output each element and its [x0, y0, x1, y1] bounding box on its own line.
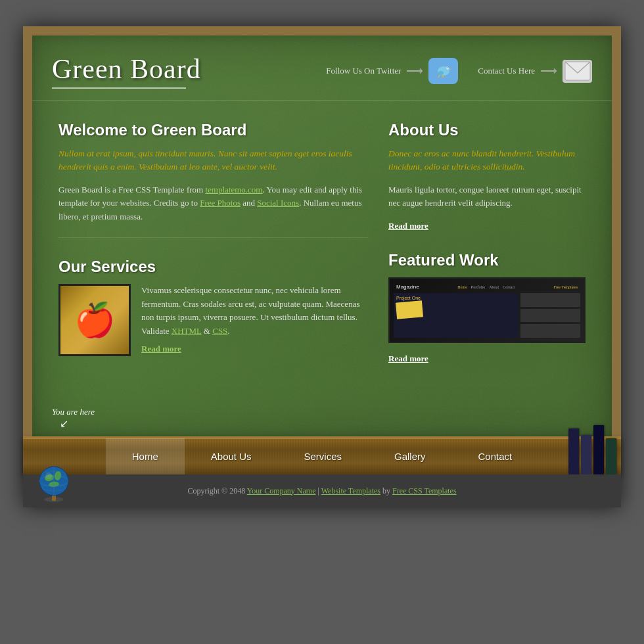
about-section: About Us Donec ac eros ac nunc blandit h…	[388, 121, 586, 231]
service-image	[58, 284, 131, 356]
services-title: Our Services	[58, 258, 369, 276]
nav-about[interactable]: About Us	[185, 438, 278, 474]
welcome-title: Welcome to Green Board	[58, 121, 369, 139]
free-css-link[interactable]: Free CSS Templates	[392, 486, 457, 495]
main-content: Welcome to Green Board Nullam at erat ip…	[58, 121, 369, 384]
section-divider	[58, 237, 369, 238]
you-are-here-arrow-icon: ↙	[60, 417, 95, 430]
svg-point-19	[45, 472, 52, 479]
featured-title: Featured Work	[388, 251, 586, 269]
featured-readmore[interactable]: Read more	[388, 354, 428, 364]
about-body: Mauris ligula tortor, congue laoreet rut…	[388, 183, 586, 211]
svg-point-5	[438, 71, 444, 75]
mail-icon	[563, 60, 592, 83]
logo-underline	[52, 87, 186, 89]
footer: Copyright © 2048 Your Company Name | Web…	[23, 474, 621, 507]
books-decoration	[568, 422, 621, 474]
services-section: Our Services Vivamus scelerisque consect…	[58, 258, 369, 356]
book-3-icon	[593, 425, 604, 474]
content-area: Welcome to Green Board Nullam at erat ip…	[32, 101, 612, 403]
you-are-here-label: You are here ↙	[52, 407, 95, 430]
about-title: About Us	[388, 121, 586, 139]
page-wrapper: Green Board Follow Us On Twitter ⟶	[23, 26, 621, 507]
service-text-2: &	[202, 326, 213, 336]
services-readmore[interactable]: Read more	[141, 342, 181, 356]
globe-decoration	[33, 461, 76, 504]
twitter-icon	[428, 58, 458, 84]
book-4-icon	[606, 438, 616, 474]
contact-arrow-icon: ⟶	[540, 64, 557, 78]
contact-link[interactable]: Contact Us Here ⟶	[478, 60, 592, 83]
nav-services[interactable]: Services	[277, 438, 368, 474]
apple-icon	[60, 286, 129, 354]
footer-text: Copyright © 2048 Your Company Name | Web…	[187, 486, 456, 496]
css-link[interactable]: CSS	[212, 326, 227, 336]
navbar: Home About Us Services Gallery Contact	[23, 436, 621, 474]
svg-point-1	[443, 66, 449, 72]
svg-point-3	[448, 68, 448, 68]
site-title: Green Board	[52, 53, 201, 85]
templates-link[interactable]: Website Templates	[321, 486, 380, 495]
social-icons-link[interactable]: Social Icons	[257, 198, 299, 208]
service-description: Vivamus scelerisque consectetur nunc, ne…	[141, 284, 369, 356]
service-item: Vivamus scelerisque consectetur nunc, ne…	[58, 284, 369, 356]
contact-label: Contact Us Here	[478, 66, 535, 76]
welcome-section: Welcome to Green Board Nullam at erat ip…	[58, 121, 369, 224]
book-2-icon	[581, 435, 591, 474]
svg-point-2	[446, 68, 448, 70]
welcome-italic: Nullam at erat ipsum, quis tincidunt mau…	[58, 147, 369, 174]
sidebar: About Us Donec ac eros ac nunc blandit h…	[388, 121, 586, 384]
nav-about-label: About Us	[211, 451, 252, 462]
company-link[interactable]: Your Company Name	[247, 486, 316, 495]
footer-sep: |	[316, 486, 321, 495]
nav-contact-label: Contact	[478, 451, 513, 462]
footer-by: by	[380, 486, 392, 495]
book-1-icon	[568, 428, 579, 474]
nav-services-label: Services	[304, 451, 342, 462]
globe-icon	[33, 461, 76, 504]
you-are-here-text: You are here	[52, 407, 95, 417]
twitter-label: Follow Us On Twitter	[326, 66, 401, 76]
nav-contact[interactable]: Contact	[452, 438, 539, 474]
chalkboard: Green Board Follow Us On Twitter ⟶	[23, 26, 621, 436]
featured-image: Magazine Home Portfolio About Contact Fr…	[388, 277, 586, 343]
about-italic: Donec ac eros ac nunc blandit hendrerit.…	[388, 147, 586, 174]
nav-gallery-label: Gallery	[394, 451, 426, 462]
about-readmore[interactable]: Read more	[388, 221, 428, 231]
nav-gallery[interactable]: Gallery	[368, 438, 452, 474]
welcome-body: Green Board is a Free CSS Template from …	[58, 183, 369, 224]
copyright-text: Copyright © 2048	[187, 486, 246, 495]
svg-marker-4	[449, 68, 451, 70]
twitter-arrow-icon: ⟶	[406, 64, 423, 78]
welcome-text-1: Green Board is a Free CSS Template from	[58, 185, 205, 195]
templatemo-link[interactable]: templatemo.com	[205, 185, 262, 195]
nav-home[interactable]: Home	[106, 438, 185, 474]
nav-home-label: Home	[132, 451, 158, 462]
xhtml-link[interactable]: XHTML	[172, 326, 202, 336]
twitter-link[interactable]: Follow Us On Twitter ⟶	[326, 58, 458, 84]
service-body: Vivamus scelerisque consectetur nunc, ne…	[141, 284, 369, 338]
logo: Green Board	[52, 53, 201, 89]
welcome-text-3: and	[241, 198, 257, 208]
free-photos-link[interactable]: Free Photos	[200, 198, 241, 208]
site-header: Green Board Follow Us On Twitter ⟶	[32, 35, 612, 101]
featured-section: Featured Work Magazine Home Portfolio Ab…	[388, 251, 586, 364]
service-text-3: .	[227, 326, 229, 336]
header-links: Follow Us On Twitter ⟶	[201, 58, 592, 84]
svg-line-6	[438, 75, 440, 78]
